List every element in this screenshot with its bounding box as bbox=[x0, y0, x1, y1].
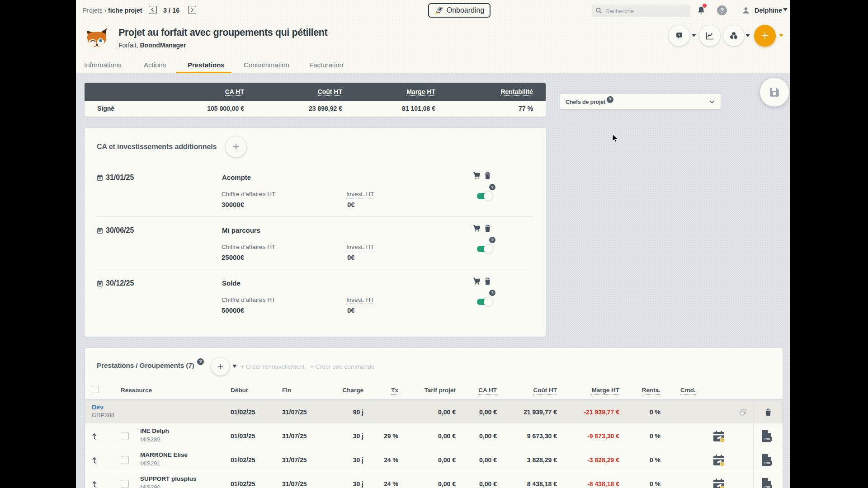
svg-text:PDF: PDF bbox=[764, 461, 771, 465]
svg-text:PDF: PDF bbox=[764, 485, 771, 488]
svg-text:PDF: PDF bbox=[764, 437, 771, 441]
